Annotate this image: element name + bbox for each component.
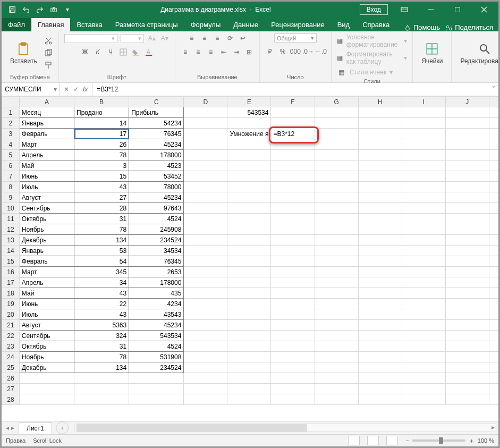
row-header-24[interactable]: 24	[2, 352, 20, 362]
cell-H12[interactable]	[358, 224, 402, 235]
cell-I23[interactable]	[402, 341, 445, 352]
tab-view[interactable]: Вид	[331, 18, 357, 31]
cell-E22[interactable]	[227, 331, 271, 341]
cell-C23[interactable]: 4524	[129, 341, 184, 352]
cell-I19[interactable]	[402, 299, 445, 309]
cell-B19[interactable]: 22	[74, 299, 129, 309]
copy-icon[interactable]	[44, 48, 53, 58]
comma-icon[interactable]: 000	[291, 47, 300, 56]
cell-K21[interactable]	[489, 320, 498, 331]
cell-I11[interactable]	[402, 214, 445, 224]
horizontal-scrollbar[interactable]: ◂▸	[77, 424, 496, 432]
hscroll-right-icon[interactable]: ▸	[491, 424, 495, 431]
cell-E19[interactable]	[227, 299, 271, 309]
cell-K24[interactable]	[489, 352, 498, 362]
cell-F28[interactable]	[271, 394, 315, 405]
cell-E11[interactable]	[227, 214, 271, 224]
cell-A16[interactable]: Март	[19, 267, 74, 277]
row-header-5[interactable]: 5	[2, 150, 20, 160]
cell-G19[interactable]	[315, 299, 358, 309]
tab-home[interactable]: Главная	[31, 18, 70, 31]
cell-F25[interactable]	[271, 362, 315, 373]
cell-G23[interactable]	[315, 341, 358, 352]
col-header-J[interactable]: J	[445, 97, 489, 107]
formula-input[interactable]	[96, 85, 486, 94]
cell-B3[interactable]: 17	[74, 129, 129, 139]
cell-G18[interactable]	[315, 288, 358, 299]
cell-I21[interactable]	[402, 320, 445, 331]
editing-button[interactable]: Редактирование	[457, 40, 500, 66]
col-header-K[interactable]: K	[489, 97, 498, 107]
cell-G2[interactable]	[315, 118, 358, 129]
row-header-1[interactable]: 1	[2, 107, 20, 118]
merge-cells-icon[interactable]: ⊞	[244, 47, 254, 57]
cell-F8[interactable]	[271, 182, 315, 192]
cell-C6[interactable]: 4523	[129, 160, 184, 171]
tell-me-button[interactable]: Помощь	[404, 23, 440, 31]
cell-B2[interactable]: 14	[74, 118, 129, 129]
cell-K18[interactable]	[489, 288, 498, 299]
cell-B11[interactable]: 31	[74, 214, 129, 224]
cancel-formula-icon[interactable]: ✕	[64, 86, 69, 93]
cell-H22[interactable]	[358, 331, 402, 341]
tab-file[interactable]: Файл	[2, 18, 31, 31]
cell-H24[interactable]	[358, 352, 402, 362]
orientation-icon[interactable]: ⟳	[225, 33, 235, 43]
currency-icon[interactable]: ₽	[265, 47, 275, 56]
new-sheet-button[interactable]: ＋	[56, 421, 69, 434]
decrease-indent-icon[interactable]: ⇤	[219, 47, 228, 57]
cell-J24[interactable]	[445, 352, 489, 362]
cell-I25[interactable]	[402, 362, 445, 373]
cell-J17[interactable]	[445, 277, 489, 288]
cell-H15[interactable]	[358, 256, 402, 267]
cell-D18[interactable]	[184, 288, 227, 299]
cell-F10[interactable]	[271, 203, 315, 214]
cell-E16[interactable]	[227, 267, 271, 277]
cell-F18[interactable]	[271, 288, 315, 299]
cell-F5[interactable]	[271, 150, 315, 160]
cell-J4[interactable]	[445, 139, 489, 150]
row-header-13[interactable]: 13	[2, 235, 20, 246]
row-header-19[interactable]: 19	[2, 299, 20, 309]
align-center-icon[interactable]: ≡	[193, 47, 203, 57]
cell-H5[interactable]	[358, 150, 402, 160]
cell-D1[interactable]	[184, 107, 227, 118]
cell-B25[interactable]: 134	[74, 362, 129, 373]
row-header-7[interactable]: 7	[2, 171, 20, 182]
tab-page-layout[interactable]: Разметка страницы	[109, 18, 184, 31]
row-header-21[interactable]: 21	[2, 320, 20, 331]
cell-D20[interactable]	[184, 309, 227, 320]
cell-B17[interactable]: 34	[74, 277, 129, 288]
cell-C20[interactable]: 43543	[129, 309, 184, 320]
cell-K12[interactable]	[489, 224, 498, 235]
cell-H9[interactable]	[358, 192, 402, 203]
cell-A22[interactable]: Сентябрь	[19, 331, 74, 341]
cell-C10[interactable]: 97643	[129, 203, 184, 214]
cell-H8[interactable]	[358, 182, 402, 192]
cell-D15[interactable]	[184, 256, 227, 267]
cell-A23[interactable]: Октябрь	[19, 341, 74, 352]
cell-A1[interactable]: Месяц	[19, 107, 74, 118]
cell-I22[interactable]	[402, 331, 445, 341]
cell-E27[interactable]	[227, 384, 271, 394]
cell-C22[interactable]: 543534	[129, 331, 184, 341]
conditional-formatting-button[interactable]: ▦Условное форматирование▾	[337, 33, 407, 48]
cell-J14[interactable]	[445, 246, 489, 256]
cell-G12[interactable]	[315, 224, 358, 235]
cell-F7[interactable]	[271, 171, 315, 182]
cell-I28[interactable]	[402, 394, 445, 405]
cell-K20[interactable]	[489, 309, 498, 320]
cell-F19[interactable]	[271, 299, 315, 309]
cell-K6[interactable]	[489, 160, 498, 171]
row-header-17[interactable]: 17	[2, 277, 20, 288]
cell-K27[interactable]	[489, 384, 498, 394]
cell-D6[interactable]	[184, 160, 227, 171]
cell-G20[interactable]	[315, 309, 358, 320]
increase-font-icon[interactable]: A▴	[147, 33, 157, 43]
share-button[interactable]: Поделиться	[445, 23, 493, 31]
cell-C7[interactable]: 53452	[129, 171, 184, 182]
align-right-icon[interactable]: ≡	[206, 47, 216, 57]
cell-J27[interactable]	[445, 384, 489, 394]
tab-data[interactable]: Данные	[227, 18, 265, 31]
sheet-nav-next-icon[interactable]: ▸	[11, 424, 14, 432]
